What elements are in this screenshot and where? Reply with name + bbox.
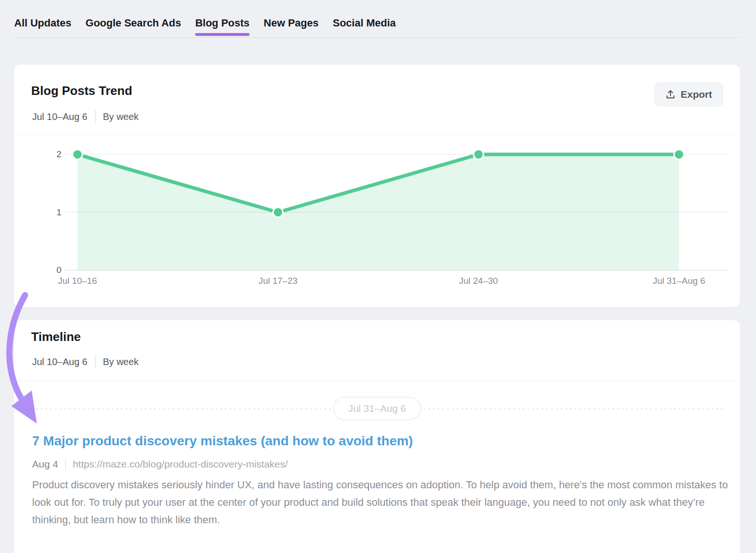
- x-axis-label-1: Jul 17–23: [226, 276, 330, 286]
- meta-separator: [65, 458, 66, 470]
- top-tab-bar: All UpdatesGoogle Search AdsBlog PostsNe…: [14, 17, 396, 37]
- timeline-card-subtitle: Jul 10–Aug 6 By week: [32, 355, 138, 368]
- subtitle-separator: [95, 355, 95, 368]
- x-axis-label-2: Jul 24–30: [427, 276, 531, 286]
- timeline-date-range: Jul 10–Aug 6: [32, 357, 87, 367]
- y-tick-label-0: 0: [14, 265, 61, 275]
- x-axis-label-3: Jul 31–Aug 6: [627, 276, 731, 286]
- blog-post-meta: Aug 4 https://maze.co/blog/product-disco…: [32, 458, 288, 470]
- timeline-card: Timeline Jul 10–Aug 6 By week Jul 31–Aug…: [14, 320, 740, 553]
- y-tick-label-1: 1: [14, 207, 61, 218]
- blog-posts-trend-card: Blog Posts Trend Jul 10–Aug 6 By week Ex…: [14, 65, 740, 307]
- blog-post-title-link[interactable]: 7 Major product discovery mistakes (and …: [32, 434, 413, 449]
- tab-blog-posts[interactable]: Blog Posts: [195, 17, 249, 37]
- tab-new-pages[interactable]: New Pages: [264, 17, 318, 37]
- timeline-week-badge: Jul 31–Aug 6: [333, 397, 421, 420]
- tab-all-updates[interactable]: All Updates: [14, 17, 71, 37]
- timeline-header-divider: [14, 381, 740, 381]
- blog-post-description: Product discovery mistakes seriously hin…: [32, 476, 732, 528]
- blog-posts-trend-chart: [14, 65, 740, 307]
- x-axis-label-0: Jul 10–16: [26, 276, 129, 286]
- y-tick-label-2: 2: [14, 149, 61, 160]
- timeline-card-title: Timeline: [31, 330, 81, 344]
- data-point-1: [273, 207, 283, 217]
- data-point-3: [674, 150, 684, 160]
- data-point-0: [73, 150, 83, 160]
- timeline-granularity: By week: [103, 357, 139, 367]
- blog-post-url: https://maze.co/blog/product-discovery-m…: [73, 459, 288, 470]
- blog-post-date: Aug 4: [32, 459, 58, 470]
- tab-google-search-ads[interactable]: Google Search Ads: [86, 17, 181, 37]
- nav-divider: [14, 37, 741, 38]
- tab-social-media[interactable]: Social Media: [333, 17, 395, 37]
- chart-area-fill: [77, 154, 679, 270]
- data-point-2: [473, 150, 483, 160]
